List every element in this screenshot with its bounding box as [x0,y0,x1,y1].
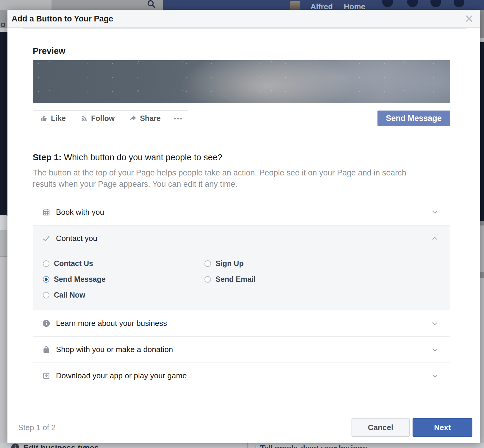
thumbs-up-icon [40,115,48,122]
avatar [290,1,300,10]
button-type-accordion: Book with you Contact you Cont [33,199,450,389]
radio-label: Contact Us [54,259,93,268]
dialog-title: Add a Button to Your Page [7,10,480,28]
download-icon [42,372,50,380]
info-icon [42,319,50,327]
radio-circle[interactable] [204,276,211,283]
radio-circle[interactable] [204,260,211,267]
preview-actions-row: Like Follow Share [33,111,450,126]
radio-label: Send Message [54,275,106,284]
chevron-down-icon [431,346,438,353]
dialog-footer: Step 1 of 2 Cancel Next [11,410,472,445]
page-cover-photo-preview [33,60,450,103]
share-arrow-icon [129,115,137,122]
rss-icon [80,115,88,122]
step-question: Which button do you want people to see? [64,153,222,162]
share-button-label: Share [140,114,160,123]
radio-send-message[interactable]: Send Message [43,271,204,287]
like-button[interactable]: Like [33,111,73,126]
background-cover-photo-edge [0,32,7,220]
background-page-left-edge: o [0,10,7,448]
radio-send-email[interactable]: Send Email [204,271,450,287]
step-label: Step 1: [33,153,62,162]
ellipsis-icon [174,118,176,119]
like-button-label: Like [51,114,66,123]
search-icon [146,0,157,9]
accordion-item-learn-more[interactable]: Learn more about your business [33,310,450,336]
radio-circle-selected[interactable] [43,276,49,283]
accordion-item-book-with-you[interactable]: Book with you [33,199,450,225]
radio-circle[interactable] [43,292,49,298]
radio-circle[interactable] [43,260,49,267]
background-cover-photo-edge [480,42,484,225]
accordion-item-label: Learn more about your business [56,319,431,328]
radio-label: Sign Up [216,259,243,268]
background-page-right-edge [480,10,484,448]
page-actions-button-group: Like Follow Share [33,111,188,126]
accordion-item-contact-you[interactable]: Contact you [33,225,450,251]
add-button-dialog: Add a Button to Your Page Preview Like [7,10,480,443]
background-button-edge [0,215,7,230]
share-button[interactable]: Share [122,111,168,126]
navbar-home-link: Home [344,2,365,10]
follow-button[interactable]: Follow [73,111,122,126]
step-indicator: Step 1 of 2 [18,423,56,432]
contact-you-options-panel: Contact Us Sign Up Send Message Send Ema… [33,251,450,310]
step-heading: Step 1: Which button do you want people … [33,153,450,162]
preview-heading: Preview [33,29,450,56]
chevron-down-icon [431,372,438,379]
navbar-user-name: Alfred [310,2,333,10]
accordion-item-shop-with-you[interactable]: Shop with you or make a donation [33,336,450,363]
background-card-edge [480,225,484,272]
chevron-down-icon [431,209,438,216]
chevron-up-icon [431,235,438,242]
close-icon[interactable] [465,14,474,23]
send-message-cta-button[interactable]: Send Message [377,111,450,126]
accordion-item-download-app[interactable]: Download your app or play your game [33,363,450,389]
more-options-button[interactable] [168,111,188,126]
background-panel-corner [0,0,51,10]
ellipsis-icon [180,118,182,119]
follow-button-label: Follow [91,114,115,123]
shopping-bag-icon [42,346,50,354]
cancel-button[interactable]: Cancel [352,418,410,437]
background-text-fragment: o [1,20,6,29]
calendar-icon [42,208,50,216]
radio-sign-up[interactable]: Sign Up [204,256,450,271]
radio-contact-us[interactable]: Contact Us [43,256,204,271]
background-top-navbar: Alfred Home [0,0,484,10]
dialog-header: Add a Button to Your Page [7,10,480,28]
radio-call-now[interactable]: Call Now [43,287,204,303]
accordion-item-label: Contact you [56,234,431,243]
accordion-item-label: Shop with you or make a donation [56,345,431,354]
radio-label: Send Email [216,275,256,284]
step-description: The button at the top of your Page helps… [33,167,429,190]
next-button[interactable]: Next [413,418,472,437]
radio-label: Call Now [54,291,85,299]
ellipsis-icon [177,118,179,119]
accordion-item-label: Download your app or play your game [56,371,431,380]
check-icon [42,234,50,242]
accordion-item-label: Book with you [56,208,431,217]
dialog-content: Preview Like Follow [33,29,450,389]
chevron-down-icon [431,320,438,327]
